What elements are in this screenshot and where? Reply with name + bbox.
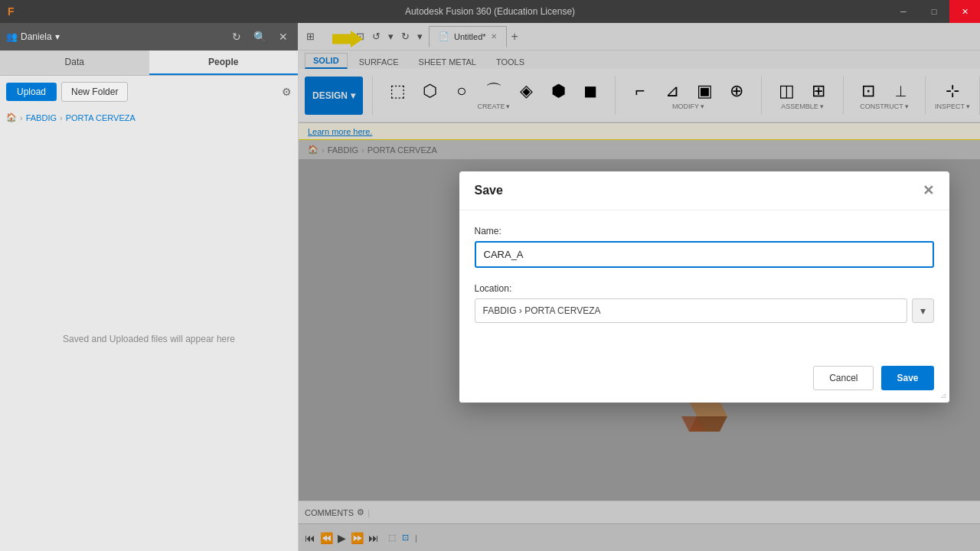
sidebar-actions: Upload New Folder ⚙ — [0, 76, 298, 108]
dialog-resize-handle[interactable]: ⊿ — [940, 391, 946, 399]
app-logo: F — [8, 5, 15, 18]
location-group: ▾ — [475, 298, 934, 323]
location-input[interactable] — [475, 298, 907, 323]
minimize-button[interactable]: ─ — [888, 0, 919, 23]
location-dropdown-button[interactable]: ▾ — [912, 298, 934, 323]
location-form-group: Location: ▾ — [475, 283, 934, 323]
sidebar-tab-people[interactable]: People — [149, 51, 299, 75]
sidebar: 👥 Daniela ▾ ↻ 🔍 ✕ Data People Upload New… — [0, 23, 299, 551]
dialog-header: Save ✕ — [459, 171, 949, 210]
user-info: 👥 Daniela ▾ — [6, 31, 60, 42]
name-form-group: Name: — [475, 226, 934, 268]
breadcrumb-porta-cerveza[interactable]: PORTA CERVEZA — [66, 113, 136, 122]
title-bar: F Autodesk Fusion 360 (Education License… — [0, 0, 980, 23]
right-area: ⊞ ⊡ ↺ ▾ ↻ ▾ 📄 Untitled* ✕ + — [299, 23, 980, 551]
dialog-footer: Cancel Save — [459, 354, 949, 403]
close-button[interactable]: ✕ — [949, 0, 980, 23]
sidebar-topbar: 👥 Daniela ▾ ↻ 🔍 ✕ — [0, 23, 298, 51]
user-icon: 👥 — [6, 31, 18, 42]
refresh-icon[interactable]: ↻ — [228, 29, 245, 44]
app-title: Autodesk Fusion 360 (Education License) — [405, 6, 575, 17]
new-folder-button[interactable]: New Folder — [61, 82, 128, 102]
sidebar-tab-data[interactable]: Data — [0, 51, 149, 75]
search-icon[interactable]: 🔍 — [250, 29, 270, 44]
settings-gear-icon[interactable]: ⚙ — [282, 86, 292, 98]
dialog-title: Save — [475, 184, 503, 197]
save-button[interactable]: Save — [881, 366, 933, 390]
name-input[interactable] — [475, 241, 934, 268]
dialog-overlay: Save ✕ Name: Location: ▾ — [299, 23, 980, 551]
close-sidebar-icon[interactable]: ✕ — [275, 29, 292, 44]
sidebar-tabs: Data People — [0, 51, 298, 76]
upload-button[interactable]: Upload — [6, 83, 57, 101]
sidebar-breadcrumb: 🏠 › FABDIG › PORTA CERVEZA — [0, 108, 298, 127]
cancel-button[interactable]: Cancel — [813, 366, 874, 390]
dialog-close-icon[interactable]: ✕ — [923, 184, 934, 197]
location-label: Location: — [475, 283, 934, 294]
name-label: Name: — [475, 226, 934, 236]
user-dropdown-icon[interactable]: ▾ — [55, 31, 60, 42]
breadcrumb-sep-1: › — [20, 113, 23, 122]
dialog-body: Name: Location: ▾ — [459, 210, 949, 354]
breadcrumb-sep-2: › — [60, 113, 63, 122]
save-dialog: Save ✕ Name: Location: ▾ — [459, 171, 949, 403]
breadcrumb-fabdig[interactable]: FABDIG — [26, 113, 57, 122]
user-name: Daniela — [21, 31, 52, 42]
maximize-button[interactable]: □ — [919, 0, 949, 23]
window-controls: ─ □ ✕ — [888, 0, 980, 23]
sidebar-empty-message: Saved and Uploaded files will appear her… — [0, 127, 298, 551]
breadcrumb-home[interactable]: 🏠 — [6, 112, 17, 122]
